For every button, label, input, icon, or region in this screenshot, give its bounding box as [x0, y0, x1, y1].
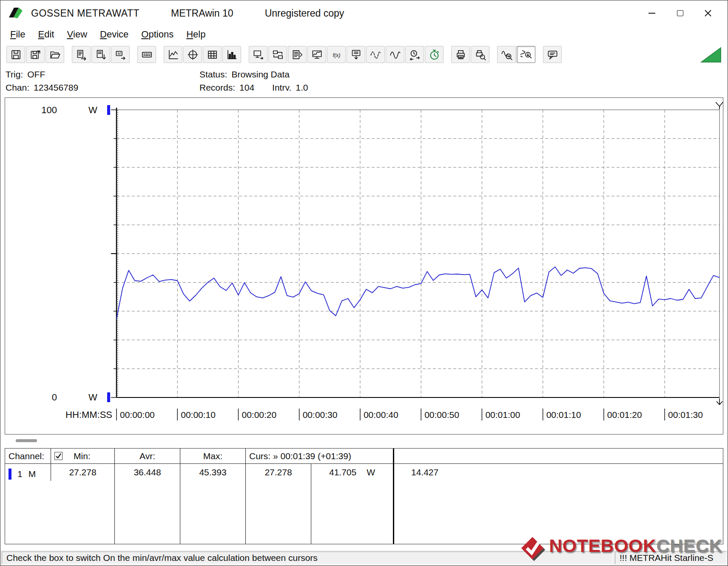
- x-tick-label: 00:00:20: [242, 410, 276, 420]
- print-preview-button[interactable]: [471, 46, 489, 63]
- title-bar: GOSSEN METRAWATT METRAwin 10 Unregistere…: [0, 0, 728, 26]
- cursor-column-header: Curs: » 00:01:39 (+01:39): [246, 449, 394, 464]
- x-tick-label: 00:00:50: [424, 410, 459, 420]
- close-button[interactable]: [697, 4, 719, 23]
- y-min-label: 0: [52, 392, 57, 403]
- power-chart[interactable]: 100W0WHH:MM:SS00:00:0000:00:1000:00:2000…: [5, 101, 723, 426]
- avr-column-header: Avr:: [115, 449, 180, 464]
- svg-text:f(x): f(x): [333, 52, 340, 58]
- save-as-button[interactable]: [26, 46, 45, 63]
- zoom-horizontal-button[interactable]: [497, 46, 516, 63]
- save-button[interactable]: [6, 46, 25, 63]
- channel-id: 1: [17, 469, 23, 479]
- status-value: Browsing Data: [231, 69, 290, 79]
- table-view-button[interactable]: [203, 46, 222, 63]
- open-file-button[interactable]: [46, 46, 64, 63]
- notebookcheck-watermark: NOTEBOOK CHECK: [520, 535, 722, 556]
- line-chart-view-button[interactable]: [164, 46, 182, 63]
- cursor-right-handle-top[interactable]: [716, 102, 723, 109]
- zoom-vertical-icon: [520, 49, 532, 60]
- formula-button[interactable]: f(x): [327, 46, 346, 63]
- screen-capture-button[interactable]: [307, 46, 326, 63]
- interval-value: 1.0: [296, 83, 308, 92]
- x-tick-label: 00:01:20: [607, 410, 642, 420]
- license-label: Unregistered copy: [265, 8, 344, 19]
- menu-edit[interactable]: Edit: [31, 26, 60, 43]
- scope-view-button[interactable]: [183, 46, 202, 63]
- save-icon: [10, 49, 22, 60]
- export-data-button[interactable]: [91, 46, 110, 63]
- h-scrollbar-thumb[interactable]: [16, 439, 37, 442]
- channel-row-cell[interactable]: 1 M: [5, 464, 51, 481]
- green-triangle-indicator[interactable]: [700, 46, 722, 63]
- channel-mode: M: [28, 469, 36, 479]
- records-value: 104: [239, 83, 254, 92]
- x-tick-label: 00:01:00: [485, 410, 520, 420]
- menu-device[interactable]: Device: [94, 26, 135, 43]
- status-panel: Trig:OFF Chan:123456789 Status:Browsing …: [0, 66, 728, 96]
- monitor-export-icon: [253, 49, 264, 60]
- dashed-wave-button[interactable]: [366, 46, 385, 63]
- x-tick-label: 00:00:00: [120, 410, 155, 420]
- y-unit-top-label: W: [88, 105, 97, 115]
- export-device-button[interactable]: M: [111, 46, 130, 63]
- delta-column-header: [394, 449, 723, 464]
- status-label: Status:: [199, 69, 227, 79]
- menu-view[interactable]: View: [60, 26, 94, 43]
- notebookcheck-shield-icon: [520, 536, 546, 562]
- stopwatch-icon: [429, 49, 440, 60]
- open-file-icon: [49, 49, 61, 60]
- checkmark-icon: [55, 453, 62, 459]
- min-column-header: Min:: [74, 451, 91, 461]
- keyboard-button[interactable]: [137, 46, 156, 63]
- export-report-button[interactable]: [72, 46, 91, 63]
- save-as-icon: [30, 49, 41, 60]
- cursor-right-cell: 41.705 W: [311, 464, 394, 544]
- records-status: Records:104Intrv.1.0: [199, 81, 312, 94]
- solid-wave-button[interactable]: [386, 46, 404, 63]
- sync-clock-button[interactable]: [405, 46, 424, 63]
- export-report-icon: [76, 49, 87, 60]
- h-scrollbar-track[interactable]: [0, 435, 728, 446]
- menu-help[interactable]: Help: [180, 26, 212, 43]
- zoom-horizontal-icon: [501, 49, 512, 60]
- dashed-wave-icon: [370, 49, 381, 60]
- annotation-button[interactable]: [543, 46, 562, 63]
- chan-value: 123456789: [34, 83, 78, 92]
- menu-file[interactable]: File: [4, 26, 31, 43]
- minimize-button[interactable]: [641, 4, 663, 23]
- watermark-primary-text: NOTEBOOK: [549, 535, 656, 556]
- trigger-status: Trig:OFF: [6, 68, 82, 81]
- trig-label: Trig:: [6, 69, 23, 79]
- stopwatch-button[interactable]: [425, 46, 444, 63]
- device-transfer-button[interactable]: [268, 46, 287, 63]
- brand-title: GOSSEN METRAWATT: [31, 8, 139, 19]
- export-data-icon: [95, 49, 107, 60]
- maximize-button[interactable]: [669, 4, 691, 23]
- gossen-metrawatt-logo-icon: [7, 6, 24, 20]
- device-read-button[interactable]: [347, 46, 365, 63]
- svg-text:M: M: [117, 51, 121, 56]
- channel-scale-marker-top[interactable]: [107, 105, 110, 115]
- watermark-secondary-text: CHECK: [657, 535, 722, 556]
- min-avr-max-checkbox[interactable]: [54, 452, 63, 460]
- table-view-icon: [207, 49, 218, 60]
- print-button[interactable]: [451, 46, 470, 63]
- bar-chart-view-button[interactable]: [222, 46, 241, 63]
- zoom-vertical-button[interactable]: [517, 46, 535, 63]
- min-column-header-cell: Min:: [51, 449, 115, 464]
- avr-value: 36.448: [115, 464, 180, 544]
- channel-settings-button[interactable]: [288, 46, 307, 63]
- monitor-export-button[interactable]: [249, 46, 267, 63]
- cursor-left-value: 27.278: [246, 464, 311, 544]
- print-preview-icon: [475, 49, 486, 60]
- channel-scale-marker-bottom[interactable]: [107, 392, 110, 402]
- x-tick-label: 00:00:40: [364, 410, 398, 420]
- device-read-icon: [350, 49, 362, 60]
- max-value: 45.393: [180, 464, 246, 544]
- print-icon: [455, 49, 466, 60]
- cursor-right-handle-bottom[interactable]: [717, 398, 722, 405]
- menu-options[interactable]: Options: [135, 26, 180, 43]
- minimize-icon: [648, 13, 655, 14]
- interval-label: Intrv.: [272, 83, 291, 92]
